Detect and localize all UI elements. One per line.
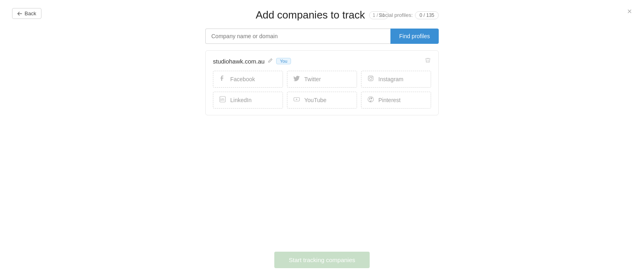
search-row: Find profiles [205, 29, 439, 44]
social-label-twitter: Twitter [304, 76, 321, 82]
facebook-icon [219, 75, 226, 83]
company-name: studiohawk.com.au [213, 58, 264, 65]
you-badge: You [276, 58, 291, 64]
instagram-icon [367, 75, 374, 83]
search-input[interactable] [205, 29, 390, 44]
social-label-linkedin: LinkedIn [230, 97, 252, 103]
header-row: Add companies to track 1 / 21 Social pro… [205, 9, 439, 21]
page-title-text: Add companies to track [256, 9, 365, 21]
svg-rect-0 [368, 76, 373, 81]
main-container: Add companies to track 1 / 21 Social pro… [0, 0, 644, 115]
find-profiles-button[interactable]: Find profiles [390, 29, 439, 44]
twitter-icon [293, 75, 300, 83]
svg-point-1 [369, 77, 372, 80]
social-facebook[interactable]: Facebook [213, 71, 283, 88]
youtube-icon [293, 96, 300, 104]
social-profiles-label: Social profiles: 0 / 135 [379, 11, 439, 19]
social-pinterest[interactable]: Pinterest [361, 92, 431, 109]
start-tracking-button[interactable]: Start tracking companies [274, 252, 369, 268]
social-profiles-text: Social profiles: [379, 12, 413, 18]
company-name-row: studiohawk.com.au You [213, 58, 291, 65]
close-icon: × [627, 7, 632, 16]
page-title: Add companies to track 1 / 21 [256, 9, 388, 21]
social-instagram[interactable]: Instagram [361, 71, 431, 88]
social-label-instagram: Instagram [378, 76, 403, 82]
svg-rect-3 [220, 96, 225, 102]
back-button[interactable]: Back [12, 8, 41, 19]
close-button[interactable]: × [627, 7, 632, 15]
edit-icon[interactable] [268, 58, 273, 64]
pinterest-icon [367, 96, 374, 104]
arrow-left-icon [17, 12, 22, 16]
back-button-label: Back [25, 10, 36, 16]
social-label-facebook: Facebook [230, 76, 255, 82]
social-profiles-count: 0 / 135 [415, 11, 439, 19]
company-card: studiohawk.com.au You Facebook Twitte [205, 50, 439, 115]
social-linkedin[interactable]: LinkedIn [213, 92, 283, 109]
social-label-youtube: YouTube [304, 97, 326, 103]
svg-point-2 [372, 77, 373, 78]
social-label-pinterest: Pinterest [378, 97, 400, 103]
social-grid: Facebook Twitter Instagram LinkedIn YouT… [213, 71, 431, 109]
social-youtube[interactable]: YouTube [287, 92, 357, 109]
linkedin-icon [219, 96, 226, 104]
social-twitter[interactable]: Twitter [287, 71, 357, 88]
delete-icon[interactable] [425, 57, 431, 65]
company-header: studiohawk.com.au You [213, 57, 431, 65]
